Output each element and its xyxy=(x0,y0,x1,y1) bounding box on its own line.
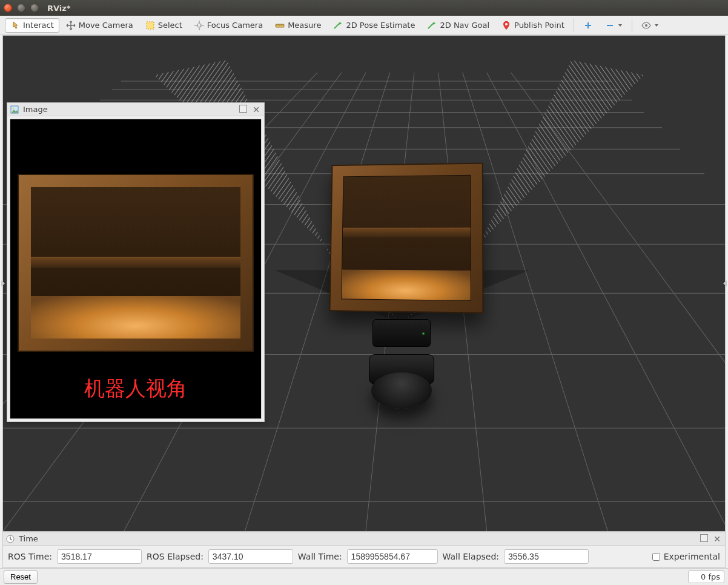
image-panel-title: Image xyxy=(23,105,48,114)
svg-line-20 xyxy=(463,73,608,531)
select-icon xyxy=(145,21,155,30)
select-label: Select xyxy=(158,21,182,30)
pose-estimate-icon xyxy=(333,21,343,30)
wall-time-label: Wall Time: xyxy=(298,552,342,561)
time-panel-title: Time xyxy=(19,534,38,543)
measure-icon xyxy=(275,21,285,30)
ros-time-label: ROS Time: xyxy=(8,552,52,561)
move-camera-icon xyxy=(66,21,76,30)
fps-indicator: 0 fps xyxy=(688,570,724,583)
image-icon xyxy=(10,105,19,114)
window-title: RViz* xyxy=(47,4,71,13)
svg-point-9 xyxy=(505,23,508,25)
svg-rect-0 xyxy=(147,22,154,29)
image-display-panel[interactable]: Image ✕ 机器人视角 xyxy=(7,102,265,422)
panel-float-button[interactable] xyxy=(240,106,247,113)
image-caption: 机器人视角 xyxy=(10,375,261,403)
experimental-label: Experimental xyxy=(664,552,720,561)
measure-button[interactable]: Measure xyxy=(270,18,326,33)
visibility-button[interactable] xyxy=(636,18,664,33)
nav-goal-button[interactable]: 2D Nav Goal xyxy=(422,18,495,33)
interact-icon xyxy=(10,21,20,30)
time-panel: Time ✕ ROS Time: ROS Elapsed: Wall Time:… xyxy=(2,532,726,568)
window-minimize-button[interactable] xyxy=(17,4,25,12)
svg-point-1 xyxy=(197,24,201,27)
plus-icon xyxy=(583,21,593,30)
status-bar: Reset 0 fps xyxy=(0,568,728,585)
publish-point-label: Publish Point xyxy=(514,21,564,30)
dropdown-caret-icon-2 xyxy=(654,21,659,30)
image-panel-header[interactable]: Image ✕ xyxy=(7,103,264,116)
window-titlebar: RViz* xyxy=(0,0,728,16)
robot-logo: ✶ xyxy=(422,330,426,337)
time-panel-header[interactable]: Time ✕ xyxy=(3,532,725,546)
wall-time-field[interactable] xyxy=(347,549,438,564)
turtlebot-robot-model: ✶ xyxy=(365,319,438,409)
right-panel-expand-handle[interactable] xyxy=(723,36,727,531)
svg-point-42 xyxy=(13,107,15,109)
nav-goal-icon xyxy=(427,21,437,30)
interact-label: Interact xyxy=(23,21,54,30)
left-panel-expand-handle[interactable] xyxy=(1,36,5,531)
pose-estimate-button[interactable]: 2D Pose Estimate xyxy=(328,18,420,33)
add-display-button[interactable] xyxy=(578,18,598,33)
focus-camera-button[interactable]: Focus Camera xyxy=(189,18,268,33)
bookshelf-model xyxy=(329,163,483,312)
select-button[interactable]: Select xyxy=(140,18,188,33)
time-values-row: ROS Time: ROS Elapsed: Wall Time: Wall E… xyxy=(3,546,725,567)
minus-icon xyxy=(605,21,615,30)
main-toolbar: Interact Move Camera Select Focus Camera… xyxy=(0,16,728,35)
experimental-checkbox-wrap[interactable]: Experimental xyxy=(652,552,720,561)
wall-elapsed-field[interactable] xyxy=(504,549,589,564)
interact-button[interactable]: Interact xyxy=(5,18,59,33)
toolbar-separator xyxy=(574,19,574,32)
remove-display-button[interactable] xyxy=(600,18,628,33)
ros-time-field[interactable] xyxy=(57,549,142,564)
measure-label: Measure xyxy=(288,21,321,30)
nav-goal-label: 2D Nav Goal xyxy=(440,21,489,30)
dropdown-caret-icon xyxy=(618,21,623,30)
wall-elapsed-label: Wall Elapsed: xyxy=(443,552,499,561)
svg-point-13 xyxy=(645,24,647,27)
pose-estimate-label: 2D Pose Estimate xyxy=(346,21,415,30)
focus-camera-label: Focus Camera xyxy=(207,21,263,30)
svg-line-21 xyxy=(487,73,725,531)
focus-camera-icon xyxy=(194,21,204,30)
3d-viewport[interactable]: ✶ Image ✕ 机器 xyxy=(3,36,725,531)
window-maximize-button[interactable] xyxy=(30,4,39,12)
ros-elapsed-label: ROS Elapsed: xyxy=(147,552,204,561)
viewport-container: ✶ Image ✕ 机器 xyxy=(2,35,726,532)
clock-icon xyxy=(5,534,15,544)
publish-point-icon xyxy=(501,21,511,30)
eye-icon xyxy=(641,21,651,30)
camera-image-view: 机器人视角 xyxy=(10,119,262,419)
publish-point-button[interactable]: Publish Point xyxy=(496,18,570,33)
time-panel-float-button[interactable] xyxy=(701,535,708,542)
time-panel-close-button[interactable]: ✕ xyxy=(712,534,723,544)
toolbar-separator-2 xyxy=(632,19,632,32)
experimental-checkbox[interactable] xyxy=(652,553,660,561)
ros-elapsed-field[interactable] xyxy=(208,549,293,564)
move-camera-label: Move Camera xyxy=(79,21,133,30)
svg-line-22 xyxy=(511,73,725,531)
window-close-button[interactable] xyxy=(4,4,12,12)
reset-button[interactable]: Reset xyxy=(4,570,38,584)
move-camera-button[interactable]: Move Camera xyxy=(61,18,139,33)
panel-close-button[interactable]: ✕ xyxy=(251,105,262,114)
